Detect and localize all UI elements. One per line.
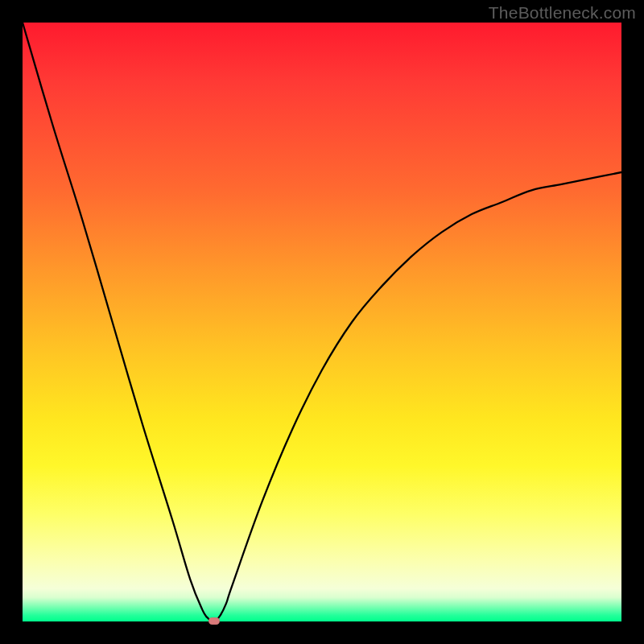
plot-area [23, 23, 621, 621]
outer-frame: TheBottleneck.com [0, 0, 644, 644]
optimal-point-marker [208, 617, 220, 625]
bottleneck-curve [23, 23, 621, 621]
watermark-text: TheBottleneck.com [489, 3, 636, 23]
